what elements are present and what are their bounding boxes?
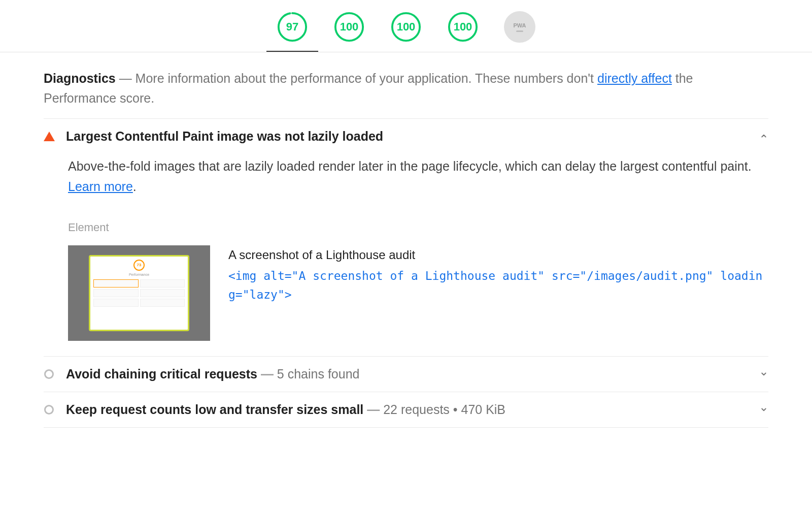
audit-title: Keep request counts low and transfer siz… [66,402,748,417]
audit-request-counts: Keep request counts low and transfer siz… [44,392,768,428]
learn-more-link[interactable]: Learn more [68,179,133,194]
gauge-score: 100 [454,20,472,34]
audit-lcp-lazy: Largest Contentful Paint image was not l… [44,119,768,357]
element-label: Element [68,221,768,234]
audit-subtext: 5 chains found [277,367,360,381]
gauge-score: 97 [286,20,298,34]
element-thumbnail: 73 Performance [68,245,210,341]
gauge-best-practices[interactable]: 100 [390,11,422,43]
pwa-label: PWA [513,22,526,28]
chevron-up-icon [759,132,768,141]
audit-body: Above-the-fold images that are lazily lo… [44,144,768,346]
audit-description: Above-the-fold images that are lazily lo… [68,156,768,197]
diagnostics-desc-1: More information about the performance o… [136,71,597,85]
warning-triangle-icon [44,132,55,141]
content: Diagnostics — More information about the… [0,52,812,448]
element-caption: A screenshot of a Lighthouse audit [228,245,768,265]
thumb-perf-label: Performance [93,273,185,276]
gauge-performance-wrap[interactable]: 97 [277,11,308,43]
audit-subtext: 22 requests • 470 KiB [383,402,505,417]
gauge-score: 100 [397,20,416,34]
gauge-accessibility[interactable]: 100 [333,11,365,43]
audit-title: Largest Contentful Paint image was not l… [66,129,748,144]
dash: — [116,71,136,85]
pwa-bar-icon [516,30,523,32]
info-circle-icon [44,369,54,379]
gauge-performance: 97 [277,11,308,43]
gauge-score: 100 [340,20,359,34]
chevron-down-icon [759,405,768,414]
score-header: 97 100 100 100 PWA [0,0,812,52]
diagnostics-title: Diagnostics [44,71,116,85]
chevron-down-icon [759,369,768,378]
diagnostics-heading: Diagnostics — More information about the… [44,69,768,119]
audit-toggle[interactable]: Keep request counts low and transfer siz… [44,402,768,417]
element-row: 73 Performance A screenshot of a [68,245,768,341]
element-detail: A screenshot of a Lighthouse audit <img … [228,245,768,304]
directly-affect-link[interactable]: directly affect [597,71,672,85]
info-circle-icon [44,405,54,415]
audit-chaining-requests: Avoid chaining critical requests — 5 cha… [44,357,768,392]
audit-toggle[interactable]: Avoid chaining critical requests — 5 cha… [44,367,768,381]
gauge-seo[interactable]: 100 [447,11,479,43]
thumb-score-circle: 73 [133,260,145,271]
element-code: <img alt="A screenshot of a Lighthouse a… [228,267,768,304]
audit-title: Avoid chaining critical requests — 5 cha… [66,367,748,381]
gauge-pwa[interactable]: PWA [504,11,535,43]
audit-toggle[interactable]: Largest Contentful Paint image was not l… [44,129,768,144]
